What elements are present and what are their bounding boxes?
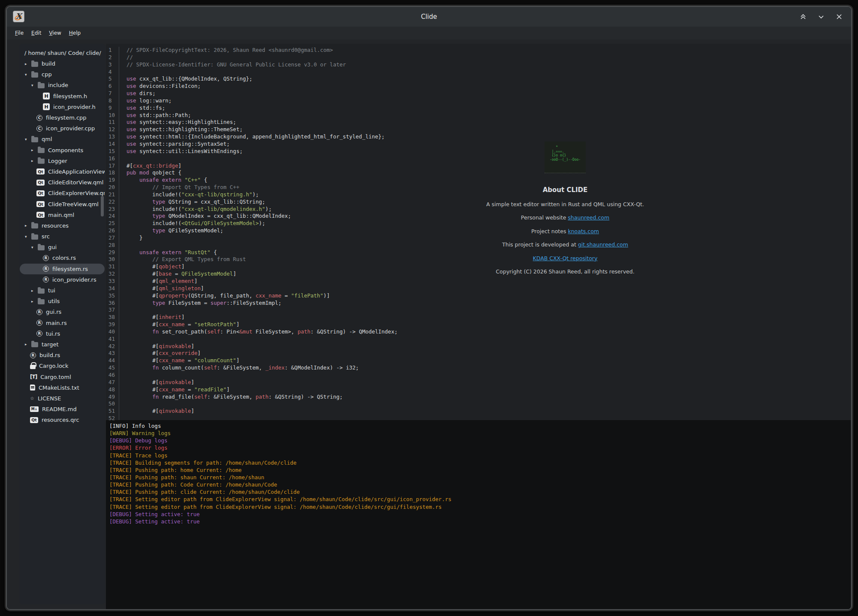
maximize-icon[interactable]: [799, 12, 807, 21]
chevron-down-icon[interactable]: ▾: [25, 72, 31, 77]
code-text: type QString = cxx_qt_lib::QString;: [119, 198, 265, 206]
folder-file-icon: [31, 234, 38, 240]
chevron-right-icon[interactable]: ▸: [31, 159, 38, 163]
tree-scrollbar[interactable]: [101, 196, 104, 216]
line-number: 28: [106, 242, 119, 249]
log-line: [TRACE] Pushing path: home Current: /hom…: [109, 466, 847, 474]
tree-item-label: Cargo.lock: [39, 363, 69, 369]
tree-item-ClideEditorView.qml[interactable]: QtClideEditorView.qml: [20, 177, 105, 188]
log-line: [TRACE] Pushing path: Code Current: /hom…: [109, 481, 847, 488]
menu-item-edit[interactable]: Edit: [27, 28, 45, 38]
chevron-right-icon[interactable]: ▸: [25, 342, 31, 346]
menu-item-view[interactable]: View: [45, 28, 65, 38]
close-icon[interactable]: [835, 12, 843, 21]
line-number: 35: [106, 292, 119, 300]
code-text: // SPDX-FileCopyrightText: 2026, Shaun R…: [119, 47, 333, 54]
line-number: 9: [106, 105, 119, 112]
tree-item-icon_provider.cpp[interactable]: Cicon_provider.cpp: [20, 123, 105, 134]
tree-item-main.qml[interactable]: Qtmain.qml: [20, 210, 105, 220]
tree-item-tui[interactable]: ▸tui: [20, 285, 105, 296]
line-number: 34: [106, 285, 119, 292]
chevron-right-icon[interactable]: ▸: [25, 62, 31, 66]
chevron-down-icon[interactable]: ▾: [25, 137, 31, 141]
menu-item-file[interactable]: File: [11, 28, 27, 38]
tree-item-LICENSE[interactable]: ☆LICENSE: [20, 393, 105, 404]
tree-item-include[interactable]: ▾include: [20, 80, 105, 90]
code-editor[interactable]: 1// SPDX-FileCopyrightText: 2026, Shaun …: [106, 44, 851, 420]
tree-item-label: icon_provider.h: [53, 104, 96, 110]
tree-item-ClideExplorerView.qml[interactable]: QtClideExplorerView.qml: [20, 188, 105, 198]
rs-file-icon: R: [43, 266, 49, 272]
tree-root-path[interactable]: / home/ shaun/ Code/ clide/: [19, 48, 105, 58]
tree-item-filesystem.cpp[interactable]: Cfilesystem.cpp: [20, 112, 105, 123]
code-text: unsafe extern "C++" {: [119, 177, 207, 184]
chevron-down-icon[interactable]: ▾: [25, 234, 31, 239]
about-link[interactable]: shaunreed.com: [568, 214, 609, 221]
tree-item-tui.rs[interactable]: Rtui.rs: [20, 328, 105, 339]
chevron-right-icon[interactable]: ▸: [31, 148, 38, 152]
menu-item-help[interactable]: Help: [65, 28, 84, 38]
chevron-right-icon[interactable]: ▸: [25, 223, 31, 228]
line-number: 16: [106, 155, 119, 162]
tree-item-icon_provider.h[interactable]: Hicon_provider.h: [20, 102, 105, 112]
tree-item-README.md[interactable]: M↓README.md: [20, 404, 105, 415]
tree-item-colors.rs[interactable]: Rcolors.rs: [20, 252, 105, 263]
tree-item-filesystem.h[interactable]: Hfilesystem.h: [20, 91, 105, 102]
tree-item-resources[interactable]: ▸resources: [20, 220, 105, 231]
code-text: include!("cxx-qt-lib/qstring.h");: [119, 191, 259, 198]
tree-item-label: filesystem.rs: [52, 266, 88, 272]
tree-item-src[interactable]: ▾src: [20, 231, 105, 242]
minimize-icon[interactable]: [817, 12, 825, 21]
about-paragraph: Project notes knoats.com: [437, 228, 694, 234]
about-link[interactable]: git.shaunreed.com: [578, 241, 628, 248]
tree-item-icon_provider.rs[interactable]: Ricon_provider.rs: [20, 274, 105, 285]
tree-item-gui.rs[interactable]: Rgui.rs: [20, 306, 105, 317]
tree-item-gui[interactable]: ▾gui: [20, 242, 105, 252]
chevron-down-icon[interactable]: ▾: [31, 83, 38, 87]
line-number: 40: [106, 328, 119, 336]
line-number: 39: [106, 321, 119, 328]
log-line: [TRACE] Setting editor path from ClideEx…: [109, 503, 847, 511]
folder-file-icon: [38, 83, 45, 88]
code-line: 33 #[qml_element]: [106, 278, 851, 285]
tree-item-filesystem.rs[interactable]: Rfilesystem.rs: [20, 264, 105, 274]
line-number: 37: [106, 306, 119, 314]
tree-item-build.rs[interactable]: Rbuild.rs: [20, 350, 105, 361]
main-content: / home/ shaun/ Code/ clide/ ▸build▾cpp▾i…: [7, 39, 851, 609]
code-text: #[cxx_name = "setRootPath"]: [119, 321, 239, 328]
code-line: 34 #[qml_singleton]: [106, 285, 851, 292]
code-line: 50: [106, 400, 851, 408]
code-text: // SPDX-License-Identifier: GNU General …: [119, 61, 346, 69]
tree-item-target[interactable]: ▸target: [20, 339, 105, 350]
about-link[interactable]: knoats.com: [568, 228, 599, 234]
code-line: 40 fn set_root_path(self: Pin<&mut FileS…: [106, 328, 851, 336]
tree-item-Cargo.toml[interactable]: [T]Cargo.toml: [20, 371, 105, 382]
tree-item-main.rs[interactable]: Rmain.rs: [20, 318, 105, 328]
tree-item-cpp[interactable]: ▾cpp: [20, 69, 105, 80]
about-link[interactable]: KDAB CXX-Qt repository: [533, 255, 598, 261]
tree-item-Logger[interactable]: ▸Logger: [20, 156, 105, 166]
chevron-down-icon[interactable]: ▾: [31, 245, 38, 249]
tree-item-build[interactable]: ▸build: [20, 58, 105, 69]
tree-item-ClideTreeView.qml[interactable]: QtClideTreeView.qml: [20, 198, 105, 209]
tree-item-ClideApplicationView.qml[interactable]: QtClideApplicationView.qml: [20, 166, 105, 177]
tree-item-Components[interactable]: ▸Components: [20, 145, 105, 156]
qt-file-icon: Qt: [36, 180, 45, 186]
log-line: [TRACE] Setting editor path from ClideEx…: [109, 496, 847, 503]
title-bar[interactable]: X Clide: [7, 7, 851, 27]
log-line: [TRACE] Building segments for path: /hom…: [109, 459, 847, 466]
line-number: 36: [106, 300, 119, 307]
tree-item-utils[interactable]: ▸utils: [20, 296, 105, 306]
log-console[interactable]: [INFO] Info logs[WARN] Warning logs[DEBU…: [106, 420, 851, 609]
chevron-right-icon[interactable]: ▸: [31, 299, 38, 303]
tree-item-resources.qrc[interactable]: Qtresources.qrc: [20, 415, 105, 425]
chevron-right-icon[interactable]: ▸: [31, 288, 38, 293]
code-line: 43 #[cxx_override]: [106, 350, 851, 357]
tree-item-CMakeLists.txt[interactable]: CMakeLists.txt: [20, 382, 105, 393]
code-text: #[qml_singleton]: [119, 285, 204, 292]
h-file-icon: H: [43, 103, 50, 110]
tree-item-qml[interactable]: ▾qml: [20, 134, 105, 144]
tree-item-Cargo.lock[interactable]: Cargo.lock: [20, 361, 105, 371]
tree-item-label: ClideExplorerView.qml: [48, 190, 105, 196]
code-text: use std::path::Path;: [119, 112, 191, 119]
